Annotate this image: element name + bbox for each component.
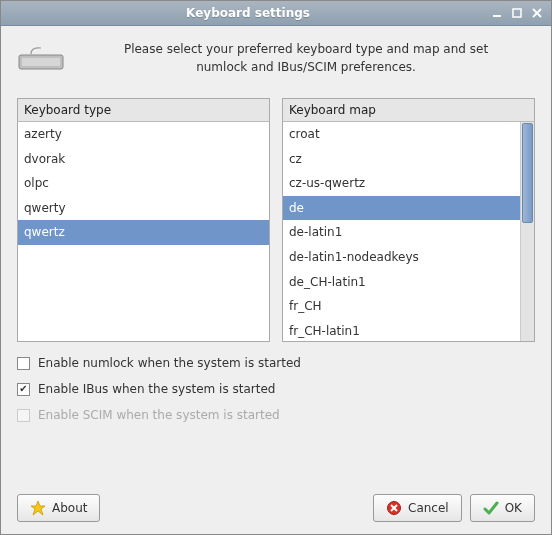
keyboard-map-item[interactable]: cz (283, 147, 520, 172)
ok-button[interactable]: OK (470, 494, 535, 522)
minimize-button[interactable] (489, 5, 505, 21)
scrollbar-thumb[interactable] (522, 123, 533, 223)
keyboard-type-list[interactable]: azertydvorakolpcqwertyqwertz (17, 122, 270, 342)
keyboard-map-item[interactable]: fr_CH (283, 294, 520, 319)
keyboard-icon (17, 45, 67, 71)
keyboard-type-item[interactable]: qwertz (18, 220, 269, 245)
cancel-button[interactable]: Cancel (373, 494, 462, 522)
keyboard-map-panel: Keyboard map croatczcz-us-qwertzdede-lat… (282, 98, 535, 342)
keyboard-type-panel: Keyboard type azertydvorakolpcqwertyqwer… (17, 98, 270, 342)
keyboard-map-item[interactable]: fr_CH-latin1 (283, 319, 520, 341)
numlock-checkbox-row[interactable]: Enable numlock when the system is starte… (17, 356, 535, 370)
star-icon (30, 500, 46, 516)
instruction-text: Please select your preferred keyboard ty… (97, 40, 535, 76)
keyboard-map-header: Keyboard map (282, 98, 535, 122)
svg-rect-5 (22, 58, 60, 66)
scim-checkbox-row: Enable SCIM when the system is started (17, 408, 535, 422)
titlebar: Keyboard settings (1, 1, 551, 26)
scim-checkbox (17, 409, 30, 422)
window-title: Keyboard settings (7, 6, 489, 20)
ibus-label: Enable IBus when the system is started (38, 382, 275, 396)
content-area: Please select your preferred keyboard ty… (1, 26, 551, 534)
numlock-checkbox[interactable] (17, 357, 30, 370)
keyboard-map-item[interactable]: de (283, 196, 520, 221)
keyboard-map-item[interactable]: cz-us-qwertz (283, 171, 520, 196)
keyboard-type-item[interactable]: qwerty (18, 196, 269, 221)
header-row: Please select your preferred keyboard ty… (17, 40, 535, 76)
keyboard-map-item[interactable]: croat (283, 122, 520, 147)
scim-label: Enable SCIM when the system is started (38, 408, 280, 422)
cancel-label: Cancel (408, 501, 449, 515)
close-button[interactable] (529, 5, 545, 21)
numlock-label: Enable numlock when the system is starte… (38, 356, 301, 370)
keyboard-map-item[interactable]: de-latin1-nodeadkeys (283, 245, 520, 270)
ok-icon (483, 500, 499, 516)
button-row: About Cancel OK (17, 488, 535, 522)
about-label: About (52, 501, 87, 515)
ibus-checkbox-row[interactable]: Enable IBus when the system is started (17, 382, 535, 396)
keyboard-type-item[interactable]: dvorak (18, 147, 269, 172)
keyboard-map-item[interactable]: de_CH-latin1 (283, 270, 520, 295)
keyboard-type-header: Keyboard type (17, 98, 270, 122)
svg-rect-1 (513, 9, 521, 17)
maximize-button[interactable] (509, 5, 525, 21)
about-button[interactable]: About (17, 494, 100, 522)
keyboard-settings-window: Keyboard settings Please select your (0, 0, 552, 535)
lists-row: Keyboard type azertydvorakolpcqwertyqwer… (17, 98, 535, 342)
keyboard-map-item[interactable]: de-latin1 (283, 220, 520, 245)
keyboard-map-scrollbar[interactable] (520, 122, 534, 341)
keyboard-type-item[interactable]: olpc (18, 171, 269, 196)
keyboard-map-list[interactable]: croatczcz-us-qwertzdede-latin1de-latin1-… (282, 122, 535, 342)
ibus-checkbox[interactable] (17, 383, 30, 396)
ok-label: OK (505, 501, 522, 515)
svg-marker-6 (31, 501, 45, 515)
window-controls (489, 5, 545, 21)
cancel-icon (386, 500, 402, 516)
keyboard-type-item[interactable]: azerty (18, 122, 269, 147)
